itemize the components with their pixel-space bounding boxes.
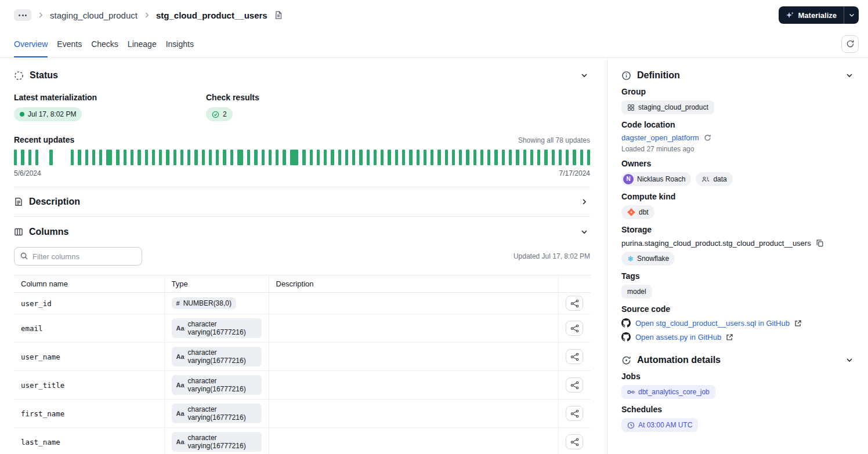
- column-name: user_id: [14, 293, 164, 314]
- tab-overview[interactable]: Overview: [14, 30, 48, 57]
- update-bar: [417, 150, 419, 165]
- tags-field: Tags model: [621, 271, 855, 299]
- update-bar: [78, 150, 81, 165]
- tab-insights[interactable]: Insights: [166, 30, 194, 57]
- tab-events[interactable]: Events: [57, 30, 82, 57]
- type-badge: Aa character varying(16777216): [172, 318, 262, 338]
- filter-columns-input[interactable]: [14, 247, 142, 266]
- update-bar: [159, 150, 162, 165]
- header-actions: [558, 275, 591, 293]
- latest-materialization-value: Jul 17, 8:02 PM: [28, 110, 76, 119]
- chevron-right-icon: [37, 11, 45, 19]
- code-location-field: Code location dagster_open_platform Load…: [621, 120, 855, 153]
- code-location-link[interactable]: dagster_open_platform: [621, 133, 699, 142]
- status-icon: [14, 71, 24, 81]
- update-bar: [587, 150, 590, 165]
- asset-group-icon: [627, 104, 635, 111]
- update-bar: [28, 150, 31, 165]
- update-bar: [180, 150, 183, 165]
- table-header-row: Column name Type Description: [14, 275, 591, 293]
- update-bar: [262, 150, 265, 165]
- update-bar: [559, 150, 562, 165]
- column-type-label: character varying(16777216): [188, 405, 257, 422]
- group-badge[interactable]: staging_cloud_product: [621, 100, 714, 114]
- jobs-label: Jobs: [621, 372, 855, 381]
- column-description: [269, 314, 558, 343]
- update-bar: [216, 150, 219, 165]
- column-lineage-button[interactable]: [566, 377, 583, 393]
- group-field: Group staging_cloud_product: [621, 87, 855, 114]
- type-badge: Aa character varying(16777216): [172, 347, 262, 366]
- compute-kind-label: Compute kind: [621, 192, 855, 201]
- latest-materialization-badge[interactable]: Jul 17, 8:02 PM: [14, 107, 82, 121]
- column-lineage-button[interactable]: [566, 406, 583, 421]
- owner-user-badge[interactable]: N Nicklaus Roach: [621, 172, 691, 186]
- timeline-gap: [42, 150, 45, 165]
- updates-summary: Showing all 78 updates: [518, 136, 590, 144]
- update-bar: [437, 150, 440, 165]
- update-bar: [317, 150, 320, 165]
- description-section: Description: [14, 187, 590, 216]
- updates-timeline[interactable]: [14, 150, 590, 165]
- column-name: email: [14, 314, 164, 343]
- storage-platform-badge[interactable]: ❄ Snowflake: [621, 252, 675, 266]
- compute-kind-badge[interactable]: dbt: [621, 205, 654, 219]
- source-code-link[interactable]: Open stg_cloud_product__users.sql in Git…: [635, 319, 790, 328]
- automation-icon: [621, 355, 631, 365]
- update-bar: [359, 150, 362, 165]
- job-badge[interactable]: dbt_analytics_core_job: [621, 385, 715, 399]
- definition-collapse-button[interactable]: [844, 70, 855, 81]
- reload-icon[interactable]: [704, 134, 711, 141]
- materialize-button[interactable]: Materialize: [779, 6, 844, 24]
- copy-icon[interactable]: [815, 238, 824, 248]
- tag-badge[interactable]: model: [621, 285, 652, 299]
- source-code-row: Open assets.py in GitHub: [621, 332, 855, 342]
- type-badge: # NUMBER(38,0): [172, 297, 236, 309]
- tab-checks[interactable]: Checks: [91, 30, 118, 57]
- column-lineage-button[interactable]: [566, 296, 583, 311]
- update-bar: [409, 150, 412, 165]
- external-link-icon: [726, 333, 733, 341]
- check-results-badge[interactable]: 2: [206, 107, 233, 121]
- view-definition-icon[interactable]: [273, 9, 284, 21]
- update-bar: [310, 150, 313, 165]
- status-section: Status Latest materialization Jul 17, 8:…: [14, 58, 590, 177]
- storage-path-text: purina.staging_cloud_product.stg_cloud_p…: [621, 239, 811, 248]
- column-lineage-button[interactable]: [566, 434, 583, 449]
- column-lineage-button[interactable]: [566, 349, 583, 364]
- main-panel: Status Latest materialization Jul 17, 8:…: [0, 58, 607, 454]
- tab-lineage[interactable]: Lineage: [128, 30, 157, 57]
- status-collapse-button[interactable]: [578, 70, 590, 81]
- update-bar: [452, 150, 455, 165]
- columns-collapse-button[interactable]: [578, 226, 590, 238]
- source-code-label: Source code: [621, 304, 855, 314]
- update-bar: [99, 150, 102, 165]
- update-bar: [106, 150, 112, 165]
- update-bar: [124, 150, 126, 165]
- column-lineage-button[interactable]: [566, 321, 583, 336]
- update-bar: [152, 150, 155, 165]
- source-code-link[interactable]: Open assets.py in GitHub: [635, 333, 721, 342]
- type-kind-icon: Aa: [176, 382, 185, 388]
- breadcrumb-group-link[interactable]: staging_cloud_product: [50, 10, 138, 20]
- column-name: user_name: [14, 343, 164, 371]
- breadcrumb-more-button[interactable]: [14, 9, 31, 21]
- update-bar: [145, 150, 148, 165]
- description-expand-button[interactable]: [578, 196, 590, 208]
- materialize-dropdown-button[interactable]: [844, 6, 859, 24]
- owner-team-badge[interactable]: data: [696, 172, 732, 186]
- update-bar: [530, 150, 533, 165]
- update-bar: [331, 150, 334, 165]
- owners-field: Owners N Nicklaus Roach data: [621, 159, 855, 186]
- update-bar: [209, 150, 212, 165]
- column-type-label: character varying(16777216): [188, 434, 257, 450]
- schedule-badge[interactable]: At 03:00 AM UTC: [621, 418, 698, 432]
- update-bar: [92, 150, 95, 165]
- automation-collapse-button[interactable]: [844, 354, 855, 366]
- update-bar: [395, 150, 398, 165]
- update-bar: [276, 150, 279, 165]
- source-code-field: Source code Open stg_cloud_product__user…: [621, 304, 855, 342]
- refresh-button[interactable]: [841, 35, 859, 53]
- type-badge: Aa character varying(16777216): [172, 404, 262, 423]
- header-description: Description: [269, 275, 558, 293]
